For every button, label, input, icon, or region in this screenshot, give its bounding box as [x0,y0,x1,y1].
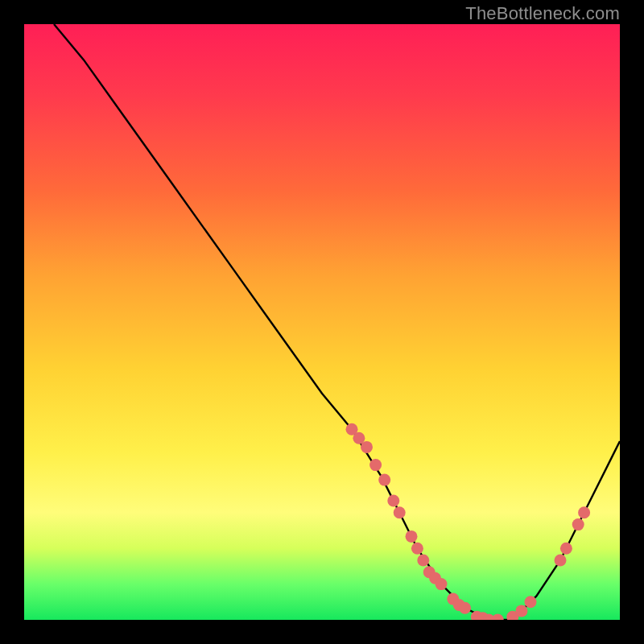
marker-dots [346,423,591,620]
marker-dot [515,605,527,617]
marker-dot [417,555,429,567]
watermark-text: TheBottleneck.com [465,3,620,24]
chart-frame: TheBottleneck.com [0,0,644,644]
marker-dot [369,459,382,471]
marker-dot [525,596,537,608]
marker-dot [406,530,418,543]
bottleneck-curve [54,24,620,620]
marker-dot [394,506,406,518]
marker-dot [578,506,590,518]
marker-dot [555,555,567,567]
marker-dot [361,441,373,453]
curve-layer [24,24,620,620]
marker-dot [387,495,399,507]
marker-dot [436,578,448,590]
marker-dot [459,602,471,614]
marker-dot [378,474,390,486]
marker-dot [411,543,423,555]
plot-area [24,24,620,620]
marker-dot [572,518,584,530]
marker-dot [560,543,572,555]
marker-dot [492,614,504,621]
